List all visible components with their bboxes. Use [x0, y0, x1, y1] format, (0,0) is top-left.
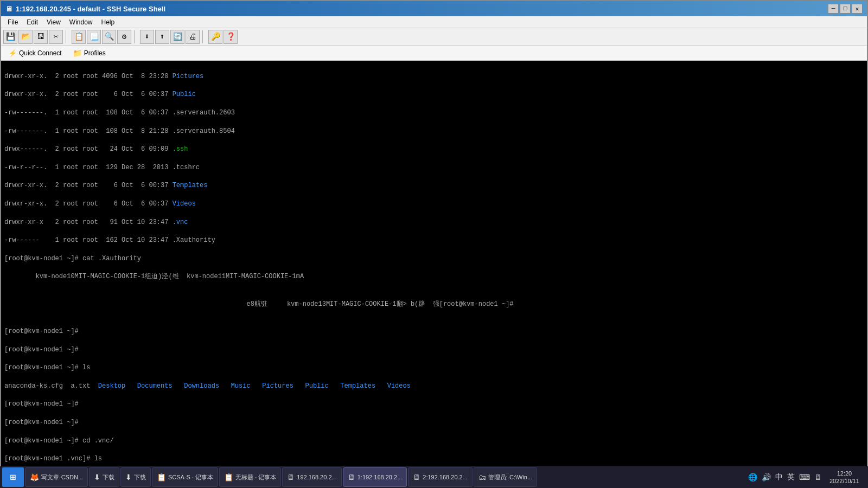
titlebar-left: 🖥 1:192.168.20.245 - default - SSH Secur… [5, 5, 165, 13]
clock-date: 2022/10/11 [829, 477, 859, 485]
toolbar-up[interactable]: ⬆ [155, 30, 169, 44]
terminal-line: kvm-node10MIT-MAGIC-COOKIE-1组迫)泾(维 kvm-n… [4, 272, 864, 281]
ssh1-icon: 🖥 [348, 473, 355, 481]
taskbar-item-label: 1:192.168.20.2... [358, 474, 403, 480]
terminal-line: [root@kvm-node1 ~]# cat .Xauthority [4, 254, 864, 264]
taskbar-item-cmd[interactable]: 🗂 管理员: C:\Win... [474, 467, 537, 487]
toolbar-sep1 [66, 30, 69, 43]
taskbar-item-ssh3[interactable]: 🖥 192.168.20.2... [282, 467, 341, 487]
taskbar-item-label: 下载 [134, 473, 146, 481]
terminal-line: drwxr-xr-x. 2 root root 6 Oct 6 00:37 Pu… [4, 90, 864, 99]
terminal-line: [root@kvm-node1 .vnc]# ls [4, 454, 864, 464]
terminal-line: drwxr-xr-x. 2 root root 6 Oct 6 00:37 Te… [4, 181, 864, 190]
toolbar-find[interactable]: 🔍 [102, 30, 116, 44]
toolbar-print[interactable]: 🖨 [186, 30, 200, 44]
profiles-button[interactable]: 📁 Profiles [69, 48, 109, 59]
taskbar-item-label: 管理员: C:\Win... [488, 473, 532, 481]
taskbar-item-label: 无标题 · 记事本 [235, 473, 276, 481]
menu-file[interactable]: File [3, 17, 22, 27]
taskbar-item-notepad2[interactable]: 📋 无标题 · 记事本 [219, 467, 281, 487]
tray-ime-zh[interactable]: 中 [774, 471, 784, 483]
terminal-line: anaconda-ks.cfg a.txt Desktop Documents … [4, 382, 864, 391]
terminal-content: drwxr-xr-x. 2 root root 4096 Oct 8 23:20… [4, 63, 864, 474]
toolbar-sep2 [134, 30, 137, 43]
terminal-line: -rw-------. 1 root root 108 Oct 6 00:37 … [4, 108, 864, 118]
terminal-line: [root@kvm-node1 ~]# [4, 400, 864, 409]
taskbar-item-label: 192.168.20.2... [297, 474, 336, 480]
tray-keyboard-icon[interactable]: ⌨ [798, 472, 811, 483]
window-icon: 🖥 [5, 5, 12, 13]
toolbar-save2[interactable]: 🖫 [34, 30, 48, 44]
titlebar-controls: ─ □ ✕ [828, 4, 863, 14]
terminal-line: [root@kvm-node1 ~]# ls [4, 363, 864, 373]
profiles-folder-icon: 📁 [73, 49, 82, 57]
toolbar-sep3 [202, 30, 206, 43]
download2-icon: ⬇ [125, 473, 132, 481]
toolbar-copy[interactable]: 📋 [72, 30, 86, 44]
terminal[interactable]: drwxr-xr-x. 2 root root 4096 Oct 8 23:20… [1, 61, 867, 474]
menu-window[interactable]: Window [65, 17, 97, 27]
toolbar-key[interactable]: 🔑 [208, 30, 222, 44]
taskbar-item-label: 写文章-CSDN... [41, 473, 83, 481]
taskbar-clock[interactable]: 12:20 2022/10/11 [825, 470, 864, 485]
toolbar: 💾 📂 🖫 ✂ 📋 📃 🔍 ⚙ ⬇ ⬆ 🔄 🖨 🔑 ❓ [1, 28, 867, 46]
profiles-label: Profiles [84, 49, 106, 57]
terminal-line: [root@kvm-node1 ~]# [4, 327, 864, 336]
quickconnect-label: Quick Connect [19, 49, 62, 57]
taskbar-item-notepad1[interactable]: 📋 SCSA-S · 记事本 [152, 467, 218, 487]
tray-monitor-icon[interactable]: 🖥 [813, 472, 823, 483]
toolbar-cut[interactable]: ✂ [49, 30, 63, 44]
minimize-button[interactable]: ─ [828, 4, 839, 14]
taskbar-item-download2[interactable]: ⬇ 下载 [120, 467, 151, 487]
terminal-line: drwxr-xr-x. 2 root root 4096 Oct 8 23:20… [4, 72, 864, 81]
terminal-line: [root@kvm-node1 ~]# [4, 345, 864, 355]
toolbar-paste[interactable]: 📃 [87, 30, 101, 44]
main-window: 🖥 1:192.168.20.245 - default - SSH Secur… [0, 0, 868, 488]
ssh3-icon: 🖥 [287, 473, 295, 481]
tray-volume-icon[interactable]: 🔊 [761, 472, 772, 483]
tray-network-icon[interactable]: 🌐 [747, 472, 758, 483]
menu-view[interactable]: View [42, 17, 65, 27]
download1-icon: ⬇ [94, 473, 100, 481]
taskbar-item-firefox[interactable]: 🦊 写文章-CSDN... [25, 467, 88, 487]
quickconnect-button[interactable]: ⚡ Quick Connect [5, 48, 65, 58]
maximize-button[interactable]: □ [840, 4, 851, 14]
terminal-line: -rw-r--r--. 1 root root 129 Dec 28 2013 … [4, 163, 864, 172]
quickconnect-arrow-icon: ⚡ [9, 49, 17, 57]
menu-edit[interactable]: Edit [22, 17, 42, 27]
quickconnect-bar: ⚡ Quick Connect 📁 Profiles [1, 46, 867, 61]
menubar: File Edit View Window Help [1, 16, 867, 28]
taskbar-item-label: 2:192.168.20.2... [423, 474, 468, 480]
terminal-line: -rw-------. 1 root root 108 Oct 8 21:28 … [4, 127, 864, 136]
terminal-line: e8航驻 kvm-node13MIT-MAGIC-COOKIE-1翻> b(辟 … [4, 300, 864, 309]
taskbar-item-label: SCSA-S · 记事本 [168, 473, 213, 481]
taskbar-tray: 🌐 🔊 中 英 ⌨ 🖥 12:20 2022/10/11 [747, 470, 866, 485]
cmd-icon: 🗂 [478, 473, 486, 481]
clock-time: 12:20 [829, 470, 859, 477]
terminal-line: [root@kvm-node1 ~]# cd .vnc/ [4, 436, 864, 446]
taskbar-item-ssh2[interactable]: 🖥 2:192.168.20.2... [408, 467, 473, 487]
terminal-line: [root@kvm-node1 ~]# [4, 418, 864, 427]
tray-ime-en[interactable]: 英 [786, 471, 796, 483]
close-button[interactable]: ✕ [852, 4, 863, 14]
ssh2-icon: 🖥 [413, 473, 420, 481]
taskbar-item-download1[interactable]: ⬇ 下载 [89, 467, 119, 487]
firefox-icon: 🦊 [30, 473, 39, 481]
toolbar-help[interactable]: ❓ [224, 30, 238, 44]
taskbar: ⊞ 🦊 写文章-CSDN... ⬇ 下载 ⬇ 下载 📋 SCSA-S · 记事本… [0, 466, 868, 488]
terminal-line: drwx------. 2 root root 24 Oct 6 09:09 .… [4, 145, 864, 154]
toolbar-save[interactable]: 💾 [3, 30, 17, 44]
taskbar-item-ssh1[interactable]: 🖥 1:192.168.20.2... [343, 467, 407, 487]
toolbar-down[interactable]: ⬇ [140, 30, 154, 44]
toolbar-open[interactable]: 📂 [18, 30, 33, 44]
taskbar-item-label: 下载 [103, 473, 114, 481]
toolbar-refresh[interactable]: 🔄 [170, 30, 184, 44]
start-button[interactable]: ⊞ [2, 467, 24, 487]
window-title: 1:192.168.20.245 - default - SSH Secure … [16, 5, 165, 13]
menu-help[interactable]: Help [97, 17, 119, 27]
toolbar-settings[interactable]: ⚙ [117, 30, 131, 44]
notepad2-icon: 📋 [224, 473, 233, 481]
titlebar: 🖥 1:192.168.20.245 - default - SSH Secur… [1, 1, 867, 16]
notepad1-icon: 📋 [157, 473, 166, 481]
terminal-line: drwxr-xr-x 2 root root 91 Oct 10 23:47 .… [4, 218, 864, 227]
